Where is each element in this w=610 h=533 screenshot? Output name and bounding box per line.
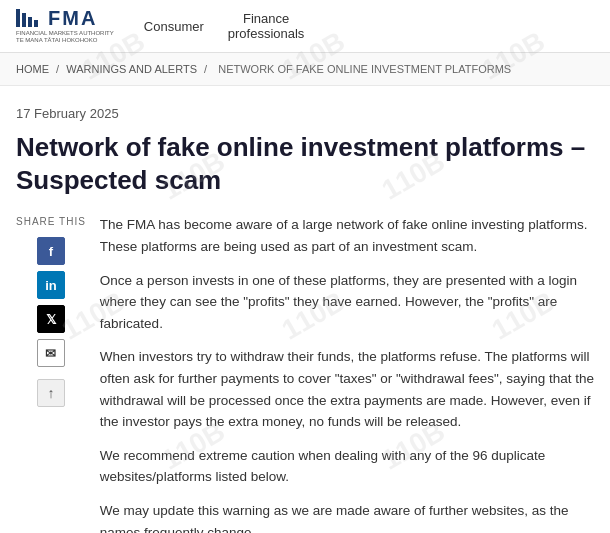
article-date: 17 February 2025 (16, 106, 594, 121)
logo-bar-3 (28, 17, 32, 27)
paragraph-5: We may update this warning as we are mad… (100, 500, 594, 533)
facebook-share-button[interactable]: f (37, 237, 65, 265)
logo-bar-4 (34, 20, 38, 27)
breadcrumb: HOME / WARNINGS AND ALERTS / NETWORK OF … (0, 53, 610, 86)
main-nav: Consumer Finance professionals (144, 11, 305, 41)
linkedin-share-button[interactable]: in (37, 271, 65, 299)
breadcrumb-home[interactable]: HOME (16, 63, 49, 75)
breadcrumb-warnings[interactable]: WARNINGS AND ALERTS (66, 63, 197, 75)
logo-bar-1 (16, 9, 20, 27)
breadcrumb-current: NETWORK OF FAKE ONLINE INVESTMENT PLATFO… (218, 63, 511, 75)
main-content: 17 February 2025 Network of fake online … (0, 86, 610, 533)
paragraph-2: Once a person invests in one of these pl… (100, 270, 594, 335)
nav-finance-professionals[interactable]: Finance professionals (228, 11, 305, 41)
logo-bar-2 (22, 13, 26, 27)
logo-subtitle: FINANCIAL MARKETS AUTHORITY TE MANA TĀTA… (16, 30, 114, 44)
paragraph-1: The FMA has become aware of a large netw… (100, 214, 594, 257)
logo-area: FMA FINANCIAL MARKETS AUTHORITY TE MANA … (16, 8, 114, 44)
paragraph-4: We recommend extreme caution when dealin… (100, 445, 594, 488)
article-title: Network of fake online investment platfo… (16, 131, 594, 196)
x-share-button[interactable]: 𝕏 (37, 305, 65, 333)
share-label: SHARE THIS (16, 216, 86, 227)
site-header: FMA FINANCIAL MARKETS AUTHORITY TE MANA … (0, 0, 610, 53)
logo-text: FMA (48, 8, 97, 28)
logo-bars (16, 9, 38, 27)
article-body: The FMA has become aware of a large netw… (100, 214, 594, 533)
email-share-button[interactable]: ✉ (37, 339, 65, 367)
nav-consumer[interactable]: Consumer (144, 19, 204, 34)
share-sidebar: SHARE THIS f in 𝕏 ✉ ↑ (16, 214, 86, 533)
paragraph-3: When investors try to withdraw their fun… (100, 346, 594, 432)
content-area: SHARE THIS f in 𝕏 ✉ ↑ The FMA has become… (16, 214, 594, 533)
scroll-up-button[interactable]: ↑ (37, 379, 65, 407)
